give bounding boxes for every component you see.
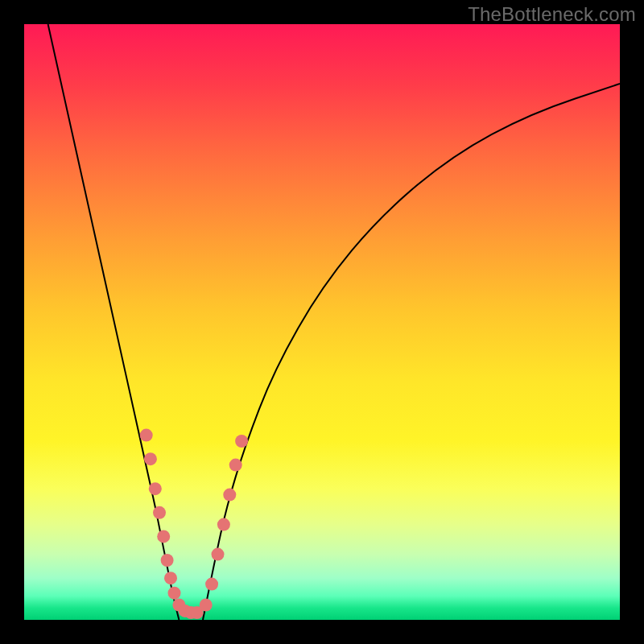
- data-dot: [235, 435, 248, 448]
- watermark-label: TheBottleneck.com: [468, 3, 636, 26]
- data-dot: [153, 506, 166, 519]
- data-dot: [149, 482, 162, 495]
- chart-frame: TheBottleneck.com: [0, 0, 644, 644]
- chart-plot-area: [24, 24, 620, 620]
- data-dot: [212, 548, 225, 561]
- right-curve: [203, 84, 620, 620]
- data-dot: [229, 459, 242, 472]
- data-dot: [200, 599, 213, 612]
- data-dot: [161, 554, 174, 567]
- data-dot: [217, 518, 230, 531]
- chart-svg: [24, 24, 620, 620]
- data-dot: [157, 530, 170, 543]
- data-dot: [168, 587, 181, 600]
- data-dot: [140, 429, 153, 442]
- data-dot: [144, 452, 157, 465]
- data-dots: [140, 429, 248, 620]
- left-curve: [48, 24, 180, 620]
- data-dot: [164, 572, 177, 584]
- data-dot: [205, 578, 218, 591]
- data-dot: [223, 489, 236, 502]
